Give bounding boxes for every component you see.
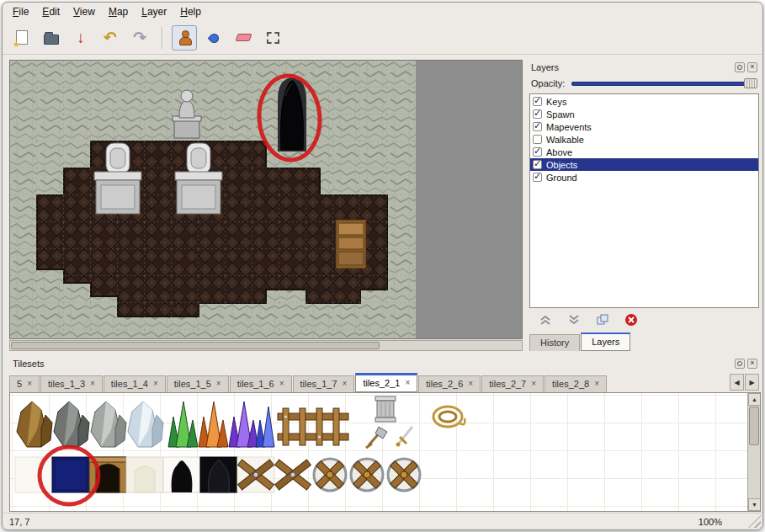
tile-purple-crystal[interactable] xyxy=(229,402,258,447)
map-view[interactable] xyxy=(9,60,523,339)
layer-row-walkable[interactable]: Walkable xyxy=(530,133,758,146)
tile-ice-rock[interactable] xyxy=(128,402,163,447)
paint-drop-icon xyxy=(207,32,220,45)
tileset-tab[interactable]: tiles_1_3× xyxy=(40,375,103,392)
redo-button[interactable]: ↷ xyxy=(127,25,152,51)
opacity-slider[interactable] xyxy=(571,77,757,89)
float-icon xyxy=(737,65,742,70)
select-tool-button[interactable] xyxy=(260,25,285,51)
close-tab-icon[interactable]: × xyxy=(531,380,536,388)
menu-layer[interactable]: Layer xyxy=(135,3,173,20)
tab-history[interactable]: History xyxy=(529,334,580,351)
tileset-view[interactable]: ▲ ▼ xyxy=(9,392,761,512)
tile-brown-rock[interactable] xyxy=(17,402,52,447)
tileset-tab[interactable]: tiles_2_8× xyxy=(545,375,607,392)
tileset-tab[interactable]: tiles_1_7× xyxy=(293,375,355,392)
float-panel-button[interactable] xyxy=(735,62,745,72)
close-tab-icon[interactable]: × xyxy=(216,380,221,388)
layer-checkbox[interactable] xyxy=(533,135,542,144)
layer-row-keys[interactable]: Keys xyxy=(530,95,758,108)
layer-row-mapevents[interactable]: Mapevents xyxy=(530,120,758,133)
tile-blue-crystal[interactable] xyxy=(256,407,274,447)
tile-pale[interactable] xyxy=(15,457,52,492)
tileset-vertical-scrollbar[interactable]: ▲ ▼ xyxy=(747,393,760,511)
new-button[interactable] xyxy=(9,25,35,51)
undo-button[interactable]: ↶ xyxy=(98,25,123,51)
delete-layer-button[interactable] xyxy=(622,312,640,327)
close-tab-icon[interactable]: × xyxy=(279,380,284,388)
menu-view[interactable]: View xyxy=(66,3,102,20)
layer-checkbox[interactable] xyxy=(533,147,542,157)
tileset-tab-active[interactable]: tiles_2_1× xyxy=(355,373,417,392)
layer-checkbox[interactable] xyxy=(533,160,542,169)
tile-dark-blue-selected[interactable] xyxy=(52,457,89,492)
scroll-tabs-right-button[interactable]: ▶ xyxy=(745,374,759,391)
tile-rope-coil[interactable] xyxy=(433,407,465,427)
close-tab-icon[interactable]: × xyxy=(153,380,158,388)
cabinet-object[interactable] xyxy=(336,220,366,269)
tile-wheel[interactable] xyxy=(388,459,420,491)
tileset-canvas[interactable] xyxy=(12,395,741,508)
map-canvas[interactable] xyxy=(10,61,416,339)
cloaked-figure-object[interactable] xyxy=(278,77,306,152)
tile-wooden-track[interactable] xyxy=(278,408,348,445)
tileset-tab[interactable]: 5× xyxy=(9,375,40,392)
tileset-vscroll-thumb[interactable] xyxy=(749,407,759,445)
tile-wheel[interactable] xyxy=(351,459,383,491)
tileset-tab[interactable]: tiles_2_6× xyxy=(418,375,481,392)
tile-shovel[interactable] xyxy=(366,427,387,448)
map-horizontal-scrollbar[interactable] xyxy=(9,340,523,351)
layer-checkbox[interactable] xyxy=(533,109,542,119)
close-tab-icon[interactable]: × xyxy=(90,380,95,388)
menu-help[interactable]: Help xyxy=(173,3,208,20)
tile-wheel[interactable] xyxy=(314,459,346,491)
tileset-tab[interactable]: tiles_1_4× xyxy=(104,375,166,392)
stamp-tool-button[interactable] xyxy=(172,25,197,51)
tile-stone-column[interactable] xyxy=(375,396,396,422)
map-hscroll-thumb[interactable] xyxy=(11,342,380,349)
layer-row-above[interactable]: Above xyxy=(530,146,758,158)
duplicate-layer-button[interactable] xyxy=(593,312,612,327)
tile-cross-track[interactable] xyxy=(237,457,274,492)
layer-checkbox[interactable] xyxy=(533,173,542,182)
close-tab-icon[interactable]: × xyxy=(343,380,348,388)
layer-row-ground[interactable]: Ground xyxy=(530,171,758,184)
tile-green-crystal[interactable] xyxy=(168,402,198,447)
layer-checkbox[interactable] xyxy=(533,122,542,131)
fill-tool-button[interactable] xyxy=(201,25,226,51)
scroll-tabs-left-button[interactable]: ◀ xyxy=(730,374,744,391)
close-panel-button[interactable]: × xyxy=(747,62,757,72)
menu-file[interactable]: File xyxy=(6,3,35,20)
tile-pale-arch[interactable] xyxy=(126,457,163,492)
tileset-tab[interactable]: tiles_1_5× xyxy=(167,375,229,392)
menu-edit[interactable]: Edit xyxy=(35,3,66,20)
open-button[interactable] xyxy=(39,25,64,51)
tile-hooded-figure[interactable] xyxy=(163,457,200,492)
move-layer-up-button[interactable] xyxy=(536,312,555,327)
scroll-up-button[interactable]: ▲ xyxy=(748,393,761,406)
tile-sword[interactable] xyxy=(396,427,413,447)
close-tab-icon[interactable]: × xyxy=(27,380,32,388)
tileset-tab[interactable]: tiles_1_6× xyxy=(230,375,292,392)
tile-silver-rock[interactable] xyxy=(91,402,126,447)
layer-row-spawn[interactable]: Spawn xyxy=(530,108,758,120)
close-tab-icon[interactable]: × xyxy=(468,380,473,388)
tab-layers[interactable]: Layers xyxy=(581,332,630,351)
float-panel-button[interactable] xyxy=(735,359,745,369)
tile-gray-rock[interactable] xyxy=(54,402,89,447)
tile-dark-hooded[interactable] xyxy=(200,457,237,492)
close-panel-button[interactable]: × xyxy=(747,359,757,369)
layer-row-objects[interactable]: Objects xyxy=(530,158,758,171)
tileset-tab[interactable]: tiles_2_7× xyxy=(481,375,544,392)
tile-cross-track[interactable] xyxy=(275,460,311,490)
tile-orange-crystal[interactable] xyxy=(199,402,228,447)
opacity-slider-handle[interactable] xyxy=(744,78,757,88)
eraser-tool-button[interactable] xyxy=(231,25,256,51)
move-layer-down-button[interactable] xyxy=(565,312,583,327)
close-tab-icon[interactable]: × xyxy=(405,379,410,387)
layer-checkbox[interactable] xyxy=(533,97,542,106)
close-tab-icon[interactable]: × xyxy=(594,380,599,388)
save-button[interactable]: ↓ xyxy=(68,25,93,51)
menu-map[interactable]: Map xyxy=(102,3,135,20)
scroll-down-button[interactable]: ▼ xyxy=(748,498,761,511)
